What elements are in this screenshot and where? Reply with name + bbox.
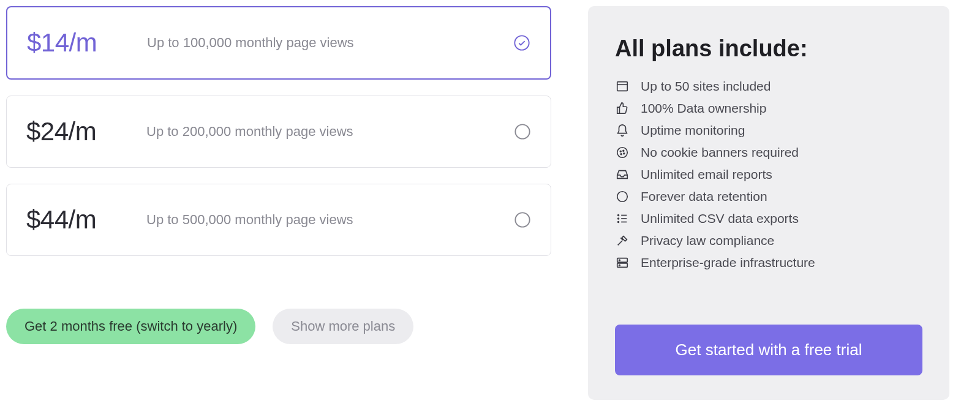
svg-point-6	[620, 151, 621, 152]
svg-point-2	[515, 212, 529, 227]
svg-point-7	[623, 150, 624, 151]
svg-rect-3	[617, 82, 628, 91]
svg-point-10	[617, 192, 628, 202]
switch-to-yearly-button[interactable]: Get 2 months free (switch to yearly)	[6, 309, 255, 344]
svg-point-12	[618, 218, 619, 219]
plan-option-1[interactable]: $24/m Up to 200,000 monthly page views	[6, 96, 551, 168]
plan-option-0[interactable]: $14/m Up to 100,000 monthly page views	[6, 6, 551, 80]
thumbs-up-icon	[615, 101, 630, 116]
plan-price: $44/m	[26, 205, 137, 235]
feature-label: 100% Data ownership	[641, 101, 766, 116]
feature-item: 100% Data ownership	[615, 101, 922, 116]
svg-point-9	[624, 153, 625, 154]
radio-unchecked-icon	[514, 123, 531, 140]
inbox-icon	[615, 167, 630, 182]
plan-option-2[interactable]: $44/m Up to 500,000 monthly page views	[6, 184, 551, 256]
svg-point-19	[619, 260, 620, 261]
feature-label: Enterprise-grade infrastructure	[641, 255, 815, 270]
svg-point-13	[618, 222, 619, 223]
plan-description: Up to 100,000 monthly page views	[147, 35, 513, 51]
feature-item: Uptime monitoring	[615, 123, 922, 138]
svg-point-8	[620, 154, 622, 155]
feature-label: Uptime monitoring	[641, 123, 745, 138]
gavel-icon	[615, 233, 630, 248]
svg-point-5	[617, 148, 628, 158]
show-more-plans-button[interactable]: Show more plans	[273, 309, 413, 344]
svg-point-20	[619, 265, 620, 266]
feature-item: Privacy law compliance	[615, 233, 922, 248]
feature-item: Forever data retention	[615, 189, 922, 204]
svg-point-1	[515, 124, 529, 138]
plan-price: $24/m	[26, 117, 137, 146]
feature-label: No cookie banners required	[641, 145, 799, 160]
feature-list: Up to 50 sites included 100% Data owners…	[615, 79, 922, 270]
feature-item: Enterprise-grade infrastructure	[615, 255, 922, 270]
feature-label: Unlimited email reports	[641, 167, 772, 182]
features-panel: All plans include: Up to 50 sites includ…	[588, 6, 949, 400]
feature-label: Privacy law compliance	[641, 233, 774, 248]
list-icon	[615, 211, 630, 226]
feature-item: No cookie banners required	[615, 145, 922, 160]
features-title: All plans include:	[615, 36, 922, 62]
feature-label: Unlimited CSV data exports	[641, 211, 799, 226]
feature-item: Unlimited CSV data exports	[615, 211, 922, 226]
bell-icon	[615, 123, 630, 138]
plan-actions-row: Get 2 months free (switch to yearly) Sho…	[6, 309, 551, 344]
plan-description: Up to 200,000 monthly page views	[146, 124, 514, 140]
feature-label: Forever data retention	[641, 189, 767, 204]
radio-unchecked-icon	[514, 211, 531, 228]
feature-item: Unlimited email reports	[615, 167, 922, 182]
svg-point-0	[514, 36, 529, 50]
server-icon	[615, 255, 630, 270]
check-circle-icon	[513, 34, 530, 51]
plan-description: Up to 500,000 monthly page views	[146, 212, 514, 228]
pricing-plans-column: $14/m Up to 100,000 monthly page views $…	[6, 6, 551, 400]
circle-icon	[615, 189, 630, 204]
feature-item: Up to 50 sites included	[615, 79, 922, 94]
free-trial-cta-button[interactable]: Get started with a free trial	[615, 325, 922, 375]
svg-point-11	[618, 215, 619, 216]
cookie-icon	[615, 145, 630, 160]
window-icon	[615, 79, 630, 94]
feature-label: Up to 50 sites included	[641, 79, 771, 94]
plan-price: $14/m	[27, 28, 137, 58]
